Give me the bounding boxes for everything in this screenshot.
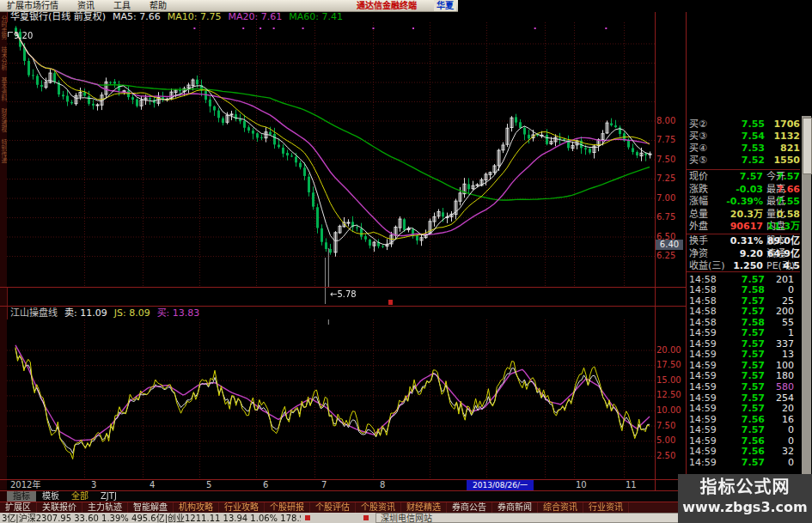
tick-time: 14:59 xyxy=(689,414,717,425)
toolbar-item-10[interactable]: 券商公告 xyxy=(447,502,492,513)
toolbar-item-8[interactable]: 个股资讯 xyxy=(356,502,401,513)
sidebar-tab-3[interactable]: 财务透视 xyxy=(0,108,7,132)
indicator-name: 江山操盘线 xyxy=(10,307,58,319)
toolbar-item-1[interactable]: 关联报价 xyxy=(37,502,82,513)
detail-label: 换手 xyxy=(689,235,708,246)
bid-volume: 1132 xyxy=(773,131,800,142)
time-axis-label: 6 xyxy=(263,480,268,490)
tick-row: 14:597.570 xyxy=(689,424,800,435)
bid-price: 7.55 xyxy=(723,119,765,130)
toolbar-item-0[interactable]: 扩展区 xyxy=(0,502,37,513)
toolbar-item-12[interactable]: 综合资讯 xyxy=(538,502,583,513)
menu-item-2[interactable]: 工具 xyxy=(107,1,143,10)
indicator-chart[interactable] xyxy=(7,319,655,479)
quote-panel: 买②7.551706买③7.541132买④7.53821买⑤7.521550现… xyxy=(687,12,812,513)
toolbar-item-2[interactable]: 主力轨迹 xyxy=(82,502,128,513)
toolbar-item-3[interactable]: 智能解盘 xyxy=(128,502,174,513)
detail-row: 收益(三)1.250PE(动)4.5 xyxy=(689,260,800,271)
tick-volume: 20 xyxy=(766,403,794,414)
price-axis-label: 7.75 xyxy=(656,135,685,144)
tick-time: 14:59 xyxy=(689,424,717,435)
scrollbar-thumb[interactable] xyxy=(803,118,812,174)
divider xyxy=(687,169,800,170)
toolbar-item-7[interactable]: 个股评估 xyxy=(310,502,356,513)
divider xyxy=(0,287,686,288)
tick-price: 7.57 xyxy=(720,360,765,371)
tick-row: 14:597.571S xyxy=(689,327,800,338)
quote-scrollbar[interactable] xyxy=(802,116,811,474)
sidebar-tab-4[interactable]: 特别传递 xyxy=(0,139,7,163)
detail-label: 净资 xyxy=(689,248,708,259)
toolbar-item-6[interactable]: 个股研报 xyxy=(265,502,310,513)
main-chart-title: 华夏银行(日线 前复权)MA5: 7.66MA10: 7.75MA20: 7.6… xyxy=(10,11,357,22)
price-axis-label: 8.00 xyxy=(656,116,685,125)
indicator-tab-1[interactable]: 模板 xyxy=(36,491,65,502)
indicator-tab-2[interactable]: 全部 xyxy=(65,491,95,502)
tick-time: 14:59 xyxy=(689,435,717,447)
detail-row: 现价7.57今开7.57 xyxy=(689,171,800,182)
indicator-axis-label: 12.50 xyxy=(656,390,685,399)
ma-label-1: MA10: 7.75 xyxy=(168,11,222,22)
time-axis-label: 5 xyxy=(206,480,211,490)
tick-volume: 55 xyxy=(766,317,794,328)
price-tag: 6.40 xyxy=(656,240,683,250)
sidebar-tab-2[interactable]: 基本资料 xyxy=(0,77,7,101)
divider xyxy=(687,271,800,272)
sidebar-tab-0[interactable]: 分时走势 xyxy=(0,15,7,40)
time-axis-label: 3 xyxy=(91,480,96,490)
detail-label: 涨跌 xyxy=(689,184,708,195)
detail-row: 外盘90617内盘11.3万 xyxy=(689,221,800,232)
ma-label-3: MA60: 7.41 xyxy=(289,11,343,22)
tick-price: 7.57 xyxy=(720,424,765,435)
toolbar-item-5[interactable]: 行业攻略 xyxy=(219,502,265,513)
detail-value: 7.57 xyxy=(777,171,800,182)
tick-time: 14:58 xyxy=(689,317,717,328)
detail-value: 11.3万 xyxy=(767,221,800,232)
detail-value: 0.58 xyxy=(777,209,800,220)
menu-bar: 扩展市场行情资讯工具帮助 通达信金融终端 华夏 xyxy=(0,0,458,12)
tick-row: 14:597.5632S xyxy=(689,446,800,457)
menu-item-0[interactable]: 扩展市场行情 xyxy=(0,1,70,10)
detail-value: 20.3万 xyxy=(718,209,763,220)
detail-label: 外盘 xyxy=(689,221,708,232)
indicator-axis-label: 10.00 xyxy=(656,405,685,415)
bid-row: 买⑤7.521550 xyxy=(689,155,800,166)
toolbar-item-11[interactable]: 券商新闻 xyxy=(492,502,538,513)
tick-price: 7.57 xyxy=(720,392,765,404)
indicator-tab-3[interactable]: ZJTJ xyxy=(95,491,123,502)
bid-label: 买④ xyxy=(689,143,707,154)
time-axis-label: 11 xyxy=(626,480,637,490)
tick-price: 7.57 xyxy=(720,338,765,350)
menu-item-1[interactable]: 资讯 xyxy=(70,1,107,10)
tick-price: 7.56 xyxy=(720,414,765,425)
tick-volume: 580 xyxy=(766,381,794,392)
indicator-axis-label: 15.00 xyxy=(656,375,685,385)
bid-label: 买⑤ xyxy=(689,155,707,166)
tick-price: 7.57 xyxy=(720,349,765,360)
menu-item-3[interactable]: 帮助 xyxy=(143,1,179,10)
toolbar-item-13[interactable]: 行业资讯 xyxy=(583,502,629,513)
tick-volume: 337 xyxy=(766,338,794,350)
toolbar-item-4[interactable]: 机构攻略 xyxy=(174,502,219,513)
toolbar-item-9[interactable]: 财经精选 xyxy=(401,502,447,513)
edition-label: 华夏 xyxy=(434,0,456,11)
tick-volume: 0 xyxy=(766,424,794,435)
tick-volume: 32 xyxy=(766,446,794,457)
sidebar-tab-1[interactable]: 技术分析 xyxy=(0,46,7,70)
price-axis-label: 6.25 xyxy=(656,251,685,260)
indicator-tab-0[interactable]: 指标 xyxy=(7,491,36,502)
tick-volume: 100 xyxy=(766,360,794,371)
indicator-title: 江山操盘线卖: 11.09JS: 8.09买: 13.83 xyxy=(10,307,213,319)
tick-time: 14:59 xyxy=(689,392,717,404)
ma-labels: MA5: 7.66MA10: 7.75MA20: 7.61MA60: 7.41 xyxy=(113,11,350,22)
detail-value: 0.31% xyxy=(718,235,763,246)
tick-price: 7.57 xyxy=(720,457,765,468)
time-axis: 2013/08/26/一 2012年3456781011 xyxy=(7,480,686,490)
detail-value: -0.03 xyxy=(718,184,763,195)
tick-volume: 0 xyxy=(766,435,794,447)
main-candlestick-chart[interactable] xyxy=(7,22,655,287)
low-price-annotation: ←5.78 xyxy=(330,289,357,299)
tick-time: 14:59 xyxy=(689,403,717,414)
tick-time: 14:59 xyxy=(689,370,717,381)
bid-label: 买③ xyxy=(689,131,707,142)
